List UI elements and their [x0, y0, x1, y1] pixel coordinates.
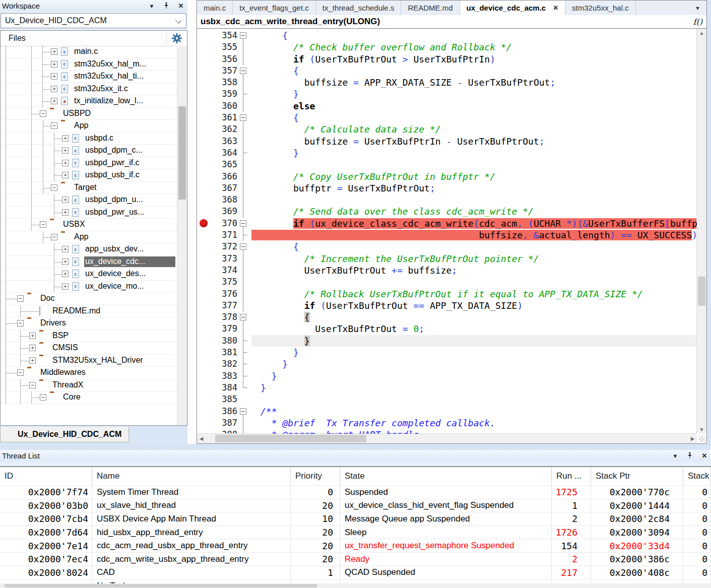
expand-icon[interactable]: +	[51, 61, 57, 68]
expand-icon[interactable]: +	[51, 73, 57, 80]
code-text[interactable]	[251, 394, 697, 405]
expand-icon[interactable]: +	[62, 197, 69, 203]
breakpoint-gutter[interactable]	[197, 182, 211, 194]
column-header-stack[interactable]: Stack	[683, 467, 711, 485]
tree-item-ux-device-cdc-[interactable]: +cux_device_cdc...	[1, 256, 177, 269]
breakpoint-gutter[interactable]	[197, 136, 211, 147]
code-text[interactable]: }	[251, 358, 697, 370]
code-line-386[interactable]: 386/**	[197, 406, 697, 417]
tree-item-tx-initialize-low-l-[interactable]: +atx_initialize_low_l...	[1, 95, 177, 108]
column-header-stack-ptr[interactable]: Stack Ptr	[591, 467, 683, 485]
column-header-id[interactable]: ID	[0, 467, 92, 485]
menu-down-icon[interactable]: ▼	[148, 3, 155, 10]
code-text[interactable]: {	[251, 65, 697, 77]
code-line-360[interactable]: 360 else	[197, 100, 697, 112]
function-list-icon[interactable]: f()	[693, 17, 702, 27]
workspace-config-select[interactable]: Ux_Device_HID_CDC_ACM	[1, 13, 186, 28]
files-column-header[interactable]: Files	[1, 31, 187, 46]
collapse-icon[interactable]: −	[17, 295, 24, 302]
expand-icon[interactable]: +	[29, 345, 36, 351]
thread-row-5[interactable]: 0x2000'7ec4cdc_acm_write_usbx_app_thread…	[0, 552, 711, 566]
code-text[interactable]: {	[251, 311, 697, 323]
code-text[interactable]: buffptr = UserTxBufPtrOut;	[251, 182, 697, 194]
tree-item-core[interactable]: −Core	[1, 391, 177, 404]
code-line-358[interactable]: 358 buffsize = APP_RX_DATA_SIZE - UserTx…	[197, 77, 697, 88]
fold-collapse-icon[interactable]	[238, 30, 251, 41]
code-line-356[interactable]: 356 if (UserTxBufPtrOut > UserTxBufPtrIn…	[197, 53, 697, 65]
column-header-state[interactable]: State	[340, 467, 552, 485]
breakpoint-gutter[interactable]	[197, 159, 211, 170]
tree-item-drivers[interactable]: −Drivers	[1, 317, 177, 330]
code-text[interactable]	[251, 276, 697, 288]
thread-row-1[interactable]: 0x2000'03b0ux_slave_hid_thread20ux_devic…	[0, 499, 711, 512]
expand-icon[interactable]: +	[51, 98, 57, 104]
code-text[interactable]: }	[251, 147, 697, 159]
expand-icon[interactable]: +	[62, 160, 69, 166]
editor-vertical-scrollbar[interactable]: ▲ ▼	[696, 29, 706, 434]
tree-item-stm32u5xx-hal-m-[interactable]: +cstm32u5xx_hal_m...	[1, 58, 177, 71]
thread-row-6[interactable]: 0x2000'8024CAD1QCAD Suspended2170x2000'4…	[0, 566, 711, 579]
breakpoint-gutter[interactable]	[197, 335, 211, 347]
workspace-titlebar[interactable]: Workspace ▼✕	[0, 0, 187, 12]
tree-item-readme-md[interactable]: README.md	[1, 305, 177, 318]
collapse-icon[interactable]: −	[40, 394, 46, 401]
code-text[interactable]: /* Calculate data size */	[251, 123, 697, 135]
expand-icon[interactable]: +	[62, 283, 69, 290]
code-line-365[interactable]: 365	[197, 159, 697, 170]
tree-item-middlewares[interactable]: −Middlewares	[1, 367, 177, 379]
column-header-name[interactable]: Name	[92, 467, 291, 485]
thread-row-3[interactable]: 0x2000'7d64hid_usbx_app_thread_entry20Sl…	[0, 526, 711, 539]
tree-item-usbx[interactable]: −USBX	[1, 219, 177, 231]
thread-list-titlebar[interactable]: Thread List ▼✕	[0, 450, 711, 462]
code-text[interactable]: }	[251, 347, 697, 358]
close-tab-icon[interactable]: ✕	[553, 4, 558, 12]
code-line-354[interactable]: 354 {	[197, 30, 697, 41]
tree-item-bsp[interactable]: +BSP	[1, 330, 177, 343]
files-settings-cell[interactable]	[166, 31, 187, 46]
code-text[interactable]: if (ux_device_class_cdc_acm_write(cdc_ac…	[251, 218, 697, 229]
collapse-icon[interactable]: −	[51, 234, 57, 240]
code-line-383[interactable]: 383 }	[197, 370, 697, 382]
fold-collapse-icon[interactable]	[238, 241, 251, 252]
code-text[interactable]: {	[251, 241, 697, 252]
code-text[interactable]: else	[251, 100, 697, 112]
tree-item-usbpd-dpm-c-[interactable]: +cusbpd_dpm_c...	[1, 145, 177, 157]
tab-tx-thread-schedule-s[interactable]: tx_thread_schedule.s	[316, 1, 402, 15]
tab-readme-md[interactable]: README.md	[401, 1, 460, 15]
breakpoint-gutter[interactable]	[197, 276, 211, 288]
code-line-372[interactable]: 372 {	[197, 241, 697, 252]
breakpoint-gutter[interactable]	[197, 123, 211, 135]
collapse-icon[interactable]: −	[40, 110, 46, 117]
breakpoint-gutter[interactable]	[197, 112, 211, 123]
tab-ux-device-cdc-acm-c[interactable]: ux_device_cdc_acm.c✕	[460, 1, 566, 15]
breakpoint-gutter[interactable]	[197, 194, 211, 206]
expand-icon[interactable]: +	[62, 209, 69, 216]
code-line-382[interactable]: 382 }	[197, 358, 697, 370]
breakpoint-gutter[interactable]	[197, 370, 211, 382]
code-line-361[interactable]: 361 {	[197, 112, 697, 123]
tab-overflow-menu-icon[interactable]: ▼	[689, 1, 706, 15]
breakpoint-gutter[interactable]	[197, 88, 211, 100]
fold-collapse-icon[interactable]	[238, 65, 251, 77]
tree-item-stm32u5xx-it-c[interactable]: +cstm32u5xx_it.c	[1, 83, 177, 96]
workspace-bottom-tab[interactable]: Ux_Device_HID_CDC_ACM	[0, 427, 129, 442]
horizontal-scrollbar-thumb[interactable]	[215, 435, 366, 442]
code-text[interactable]: buffsize = APP_RX_DATA_SIZE - UserTxBufP…	[251, 77, 697, 88]
breakpoint-gutter[interactable]	[197, 311, 211, 323]
thread-row-0[interactable]: 0x2000'7f74System Timer Thread0Suspended…	[0, 485, 711, 499]
breakpoint-gutter[interactable]	[197, 288, 211, 300]
code-line-363[interactable]: 363 buffsize = UserTxBufPtrIn - UserTxBu…	[197, 136, 697, 147]
tree-item-threadx[interactable]: −ThreadX	[1, 379, 177, 392]
breakpoint-icon[interactable]	[200, 219, 208, 227]
pin-icon[interactable]	[686, 452, 693, 460]
tab-main-c[interactable]: main.c	[197, 1, 233, 15]
code-text[interactable]: }	[251, 88, 697, 100]
tree-item-usbpd-usb-if-c[interactable]: +cusbpd_usb_if.c	[1, 169, 177, 182]
collapse-icon[interactable]: −	[51, 122, 57, 129]
breakpoint-gutter[interactable]	[197, 30, 211, 41]
code-text[interactable]: * @brief Tx Transfer completed callback.	[251, 417, 697, 429]
editor-horizontal-scrollbar[interactable]: ◀ ▶	[197, 433, 697, 443]
tree-item-doc[interactable]: −Doc	[1, 293, 177, 305]
scroll-left-icon[interactable]: ◀	[197, 434, 206, 443]
breakpoint-gutter[interactable]	[197, 77, 211, 88]
